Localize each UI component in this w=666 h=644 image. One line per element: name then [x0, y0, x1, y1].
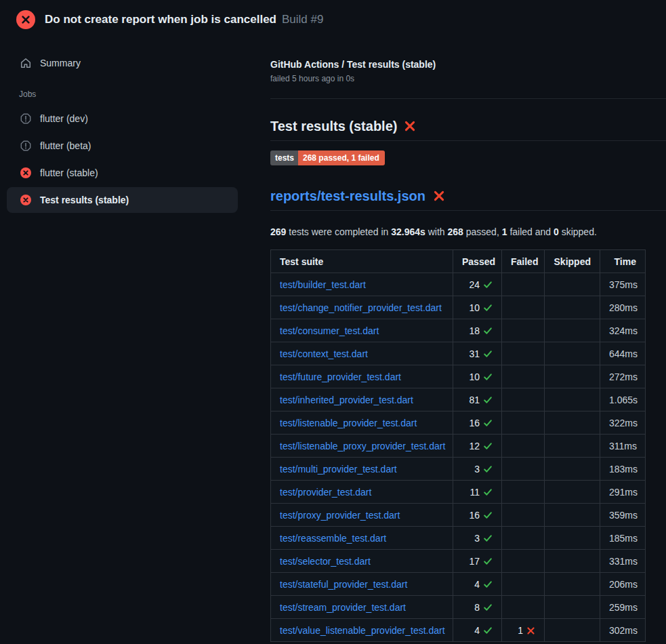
suite-link[interactable]: test/listenable_provider_test.dart — [280, 418, 417, 428]
count-value: 3 — [474, 464, 480, 475]
skipped-cell — [545, 296, 600, 319]
skipped-cell — [545, 435, 600, 458]
passed-cell: 24 — [453, 273, 502, 296]
sidebar-summary-label: Summary — [40, 58, 81, 68]
x-circle-icon — [20, 167, 31, 178]
time-cell: 1.065s — [600, 388, 646, 411]
table-row: test/context_test.dart31 644ms — [271, 342, 646, 365]
check-icon — [483, 280, 493, 289]
table-row: test/consumer_test.dart18 324ms — [271, 319, 646, 342]
suite-link[interactable]: test/consumer_test.dart — [280, 325, 379, 336]
sidebar-item-summary[interactable]: Summary — [7, 54, 238, 72]
suite-cell: test/context_test.dart — [271, 342, 453, 365]
time-cell: 644ms — [600, 342, 646, 365]
summary-fragment: passed, — [463, 226, 502, 237]
suite-link[interactable]: test/multi_provider_test.dart — [280, 464, 397, 475]
time-cell: 206ms — [600, 573, 646, 596]
tests-badge-value: 268 passed, 1 failed — [298, 150, 385, 165]
home-icon — [20, 58, 31, 68]
suite-link[interactable]: test/context_test.dart — [280, 348, 368, 359]
suite-link[interactable]: test/value_listenable_provider_test.dart — [280, 625, 445, 636]
suite-link[interactable]: test/change_notifier_provider_test.dart — [280, 302, 442, 313]
failed-cell — [502, 504, 545, 527]
failed-cell — [502, 273, 545, 296]
check-icon — [483, 395, 493, 405]
skipped-cell — [545, 527, 600, 550]
sidebar-item-test-results-stable[interactable]: Test results (stable) — [7, 187, 238, 213]
suite-cell: test/consumer_test.dart — [271, 319, 453, 342]
suite-cell: test/future_provider_test.dart — [271, 365, 453, 388]
table-row: test/reassemble_test.dart3 185ms — [271, 527, 646, 550]
suite-cell: test/listenable_provider_test.dart — [271, 411, 453, 435]
check-icon — [483, 418, 493, 428]
count-value: 3 — [474, 533, 480, 544]
count-value: 10 — [469, 302, 480, 313]
count-value: 16 — [469, 418, 480, 428]
report-file-link[interactable]: reports/test-results.json — [270, 186, 425, 205]
suite-link[interactable]: test/proxy_provider_test.dart — [280, 510, 400, 521]
run-build-number: Build #9 — [282, 13, 323, 26]
count-value: 4 — [474, 625, 480, 636]
summary-fragment: failed and — [507, 226, 554, 237]
suite-cell: test/stream_provider_test.dart — [271, 596, 453, 619]
suite-cell: test/selector_test.dart — [271, 550, 453, 573]
jobs-list: flutter (dev) flutter (beta) flutter (st… — [0, 106, 264, 213]
passed-cell: 18 — [453, 319, 502, 342]
table-row: test/value_listenable_provider_test.dart… — [271, 619, 646, 642]
suite-link[interactable]: test/listenable_proxy_provider_test.dart — [280, 441, 445, 451]
job-label: flutter (beta) — [40, 140, 91, 151]
suite-cell: test/change_notifier_provider_test.dart — [271, 296, 453, 319]
skipped-cell — [545, 596, 600, 619]
check-icon — [483, 487, 493, 497]
section-title: Test results (stable) — [270, 117, 397, 136]
suite-link[interactable]: test/builder_test.dart — [280, 279, 366, 290]
time-cell: 185ms — [600, 527, 646, 550]
suite-link[interactable]: test/stream_provider_test.dart — [280, 602, 406, 613]
count-value: 4 — [474, 579, 480, 590]
cancelled-octagon-icon — [20, 140, 31, 151]
skipped-cell — [545, 573, 600, 596]
failed-cell — [502, 435, 545, 458]
sidebar-item-flutter-beta[interactable]: flutter (beta) — [7, 133, 238, 159]
breadcrumb: GitHub Actions / Test results (stable) — [270, 58, 666, 71]
summary-fragment: 268 — [448, 226, 463, 237]
suite-cell: test/stateful_provider_test.dart — [271, 573, 453, 596]
check-icon — [483, 441, 493, 451]
suite-cell: test/builder_test.dart — [271, 273, 453, 296]
sidebar-item-flutter-dev[interactable]: flutter (dev) — [7, 106, 238, 132]
col-header-time: Time — [600, 250, 646, 273]
table-row: test/multi_provider_test.dart3 183ms — [271, 458, 646, 481]
count-value: 8 — [474, 602, 480, 613]
passed-cell: 4 — [453, 573, 502, 596]
passed-cell: 3 — [453, 527, 502, 550]
col-header-skipped: Skipped — [545, 250, 600, 273]
tests-badge-label: tests — [270, 150, 298, 165]
suite-link[interactable]: test/provider_test.dart — [280, 487, 371, 498]
failed-cell — [502, 481, 545, 504]
failed-cell — [502, 596, 545, 619]
skipped-cell — [545, 388, 600, 411]
run-meta: failed 5 hours ago in 0s — [270, 73, 666, 85]
failed-cell — [502, 411, 545, 435]
failed-cell — [502, 550, 545, 573]
suite-cell: test/proxy_provider_test.dart — [271, 504, 453, 527]
time-cell: 272ms — [600, 365, 646, 388]
suite-link[interactable]: test/stateful_provider_test.dart — [280, 579, 407, 590]
count-value: 1 — [518, 625, 523, 636]
suite-link[interactable]: test/reassemble_test.dart — [280, 533, 386, 544]
passed-cell: 31 — [453, 342, 502, 365]
passed-cell: 8 — [453, 596, 502, 619]
suite-link[interactable]: test/future_provider_test.dart — [280, 371, 401, 382]
summary-fragment: 32.964s — [391, 226, 425, 237]
check-icon — [483, 303, 493, 313]
suite-link[interactable]: test/selector_test.dart — [280, 556, 371, 567]
time-cell: 291ms — [600, 481, 646, 504]
check-icon — [483, 349, 493, 359]
sidebar-item-flutter-stable[interactable]: flutter (stable) — [7, 160, 238, 186]
table-row: test/inherited_provider_test.dart81 1.06… — [271, 388, 646, 411]
table-row: test/change_notifier_provider_test.dart1… — [271, 296, 646, 319]
passed-cell: 12 — [453, 435, 502, 458]
suite-link[interactable]: test/inherited_provider_test.dart — [280, 395, 413, 405]
time-cell: 280ms — [600, 296, 646, 319]
x-icon — [526, 626, 535, 635]
